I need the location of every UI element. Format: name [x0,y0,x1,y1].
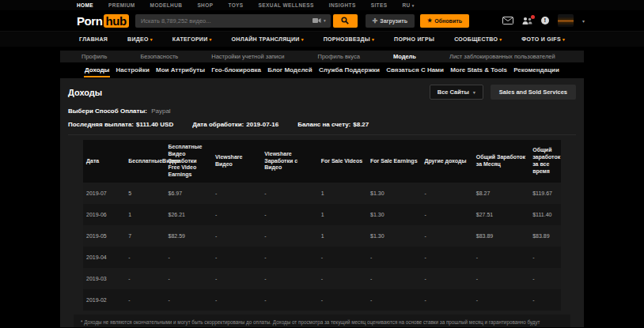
tab-мои-аттрибуты[interactable]: Мои Аттрибуты [155,63,206,77]
search-type-dropdown[interactable]: ▾ [308,14,331,28]
upload-button[interactable]: ✚ Загрузить [366,14,415,28]
table-cell: - [261,289,317,311]
table-cell: $8.27 [473,183,529,204]
messages-button[interactable] [502,17,513,25]
account-nav-item-профиль[interactable]: Профиль [81,53,107,60]
table-cell: - [165,247,212,268]
nav-item-категории[interactable]: КАТЕГОРИИ▾ [172,36,212,42]
tab-рекомендации[interactable]: Рекомендации [513,63,560,77]
table-cell: - [261,247,317,268]
account-nav-item-модель[interactable]: Модель [393,53,416,60]
table-cell: $1.30 [367,204,421,225]
table-cell: $1.30 [367,183,421,204]
table-cell: 1 [318,204,367,225]
all-sites-dropdown[interactable]: Все Сайты ▾ [430,85,483,100]
nav-item-сообщество[interactable]: СООБЩЕСТВО▾ [454,36,502,42]
topbar-item-insights[interactable]: INSIGHTS [329,2,356,8]
title-buttons: Все Сайты ▾ Sales and Sold Services [430,85,576,100]
table-cell: - [212,183,261,204]
table-cell: - [212,268,261,289]
topbar-item-sexual-wellness[interactable]: SEXUAL WELLNESS [259,2,314,8]
pornhub-logo[interactable]: Pornhub [77,14,129,28]
table-cell: $83.89 [529,225,561,247]
table-cell: $26.21 [165,204,212,225]
column-header-2: БесплатныеВидео [125,140,165,183]
user-menu[interactable] [558,14,574,27]
footnote-1: * Доходы не являются окончательными и мо… [81,319,563,327]
upgrade-button[interactable]: ★ Обновить [420,14,469,28]
nav-item-главная[interactable]: ГЛАВНАЯ [79,36,108,42]
account-nav-item-профиль-вкуса[interactable]: Профиль вкуса [318,53,360,60]
topbar-item-premium[interactable]: PREMIUM [108,2,135,8]
topbar-item-toys[interactable]: TOYS [228,2,243,8]
upload-label: Загрузить [380,18,407,24]
account-nav-item-безопасность[interactable]: Безопасность [140,53,178,60]
topbar-item-sites[interactable]: SITES [371,2,388,8]
search-button[interactable] [333,14,358,28]
column-header-3: Бесплатные Видео Заработки Free Video Ea… [165,140,212,183]
logo-porn-text: Porn [77,14,103,28]
chevron-down-icon: ▾ [563,37,565,42]
tab-гео-блокировка[interactable]: Гео-блокировка [210,63,262,77]
account-nav-item-лист-заблокированных-пользователей[interactable]: Лист заблокированных пользователей [449,53,555,60]
user-menu-caret-icon[interactable]: ▾ [582,18,585,24]
tab-связаться-с-нами[interactable]: Связаться С Нами [385,63,445,77]
table-cell: - [261,183,317,204]
friends-button[interactable] [522,17,532,25]
earnings-panel: Доходы Все Сайты ▾ Sales and Sold Servic… [60,78,584,327]
balance-label: Баланс на счету: [297,121,350,128]
header-icons: ! ▾ [502,14,585,27]
topbar-item-modelhub[interactable]: MODELHUB [150,2,183,8]
table-cell: - [261,204,317,225]
tab-more-stats-&-tools[interactable]: More Stats & Tools [449,63,508,77]
model-tabs: ДоходыНастройкиМои АттрибутыГео-блокиров… [60,62,584,78]
table-cell: - [421,289,472,311]
topbar-item-shop[interactable]: SHOP [197,2,213,8]
table-row: 2019-075$6.97--1$1.30-$8.27$119.67 [83,183,561,204]
account-nav-item-настройки-учетной-записи[interactable]: Настройки учетной записи [211,53,284,60]
table-cell: 5 [125,183,165,204]
nav-item-порнозвезды[interactable]: ПОРНОЗВЕЗДЫ▾ [324,36,374,42]
table-cell: - [261,268,317,289]
video-camera-icon [313,17,321,24]
nav-item-порно-игры[interactable]: ПОРНО ИГРЫ [394,36,434,42]
footnotes: * Доходы не являются окончательными и мо… [74,315,570,327]
tab-служба-поддержки[interactable]: Служба Поддержки [318,63,381,77]
tab-блог-моделей[interactable]: Блог Моделей [267,63,313,77]
payout-summary-row: Последняя выплата:$111.40 USD Дата обраб… [68,121,576,135]
processed-date-label: Дата обработки: [192,121,244,128]
notification-dot [531,15,535,19]
table-cell: - [212,204,261,225]
notifications-button[interactable]: ! [541,17,549,25]
sales-and-sold-services-button[interactable]: Sales and Sold Services [491,85,576,100]
search-input[interactable] [135,14,308,28]
nav-item-фото-и-gifs[interactable]: ФОТО И GIFS▾ [521,36,565,42]
table-row: 2019-04--------- [83,247,561,268]
table-cell: - [125,289,165,311]
tab-настройки[interactable]: Настройки [116,63,150,77]
table-cell: $82.59 [165,225,212,247]
table-cell: - [529,268,561,289]
earnings-table: ДатаБесплатныеВидеоБесплатные Видео Зара… [83,140,561,311]
table-cell: - [421,247,472,268]
payment-method-value[interactable]: Paypal [151,107,170,115]
upload-icon: ✚ [373,17,378,25]
avatar [558,14,574,27]
table-cell: - [318,247,367,268]
table-cell: - [165,289,212,311]
column-header-10: Общий заработок за все время [529,140,561,183]
table-cell: - [165,268,212,289]
last-payout-value: $111.40 USD [136,121,173,128]
account-settings-nav: ПрофильБезопасностьНастройки учетной зап… [60,51,584,62]
tab-доходы[interactable]: Доходы [84,63,110,77]
nav-item-онлайн-трансляции[interactable]: ОНЛАЙН ТРАНСЛЯЦИИ▾ [232,36,304,42]
table-cell: - [125,247,165,268]
nav-item-видео[interactable]: ВИДЕО▾ [127,36,153,42]
topbar-item-home[interactable]: HOME [77,2,93,8]
search-icon [341,17,349,25]
topbar-item-ru[interactable]: RU▾ [402,2,414,8]
all-sites-label: Все Сайты [438,89,469,96]
chevron-down-icon: ▾ [301,37,304,42]
table-cell: - [473,289,529,311]
mail-icon [502,17,513,25]
